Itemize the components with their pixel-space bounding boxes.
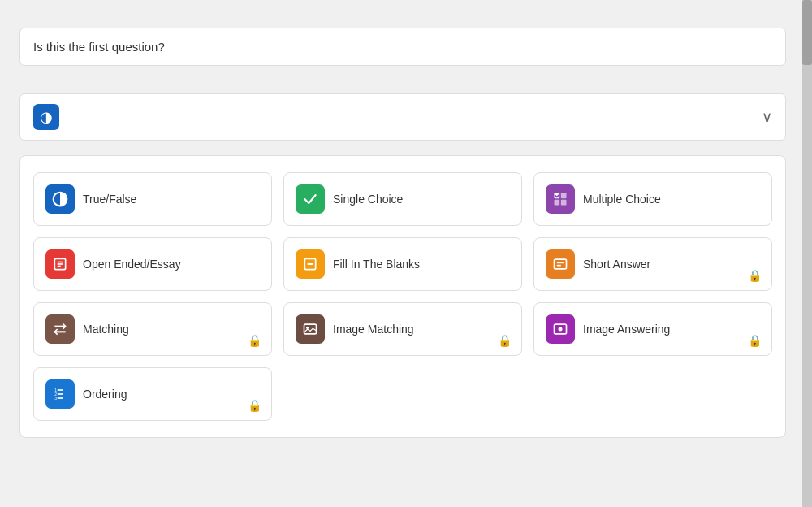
ordering-label: Ordering <box>83 388 127 401</box>
type-item-matching[interactable]: Matching🔒 <box>33 302 272 356</box>
true-false-icon <box>45 184 75 214</box>
type-item-fill-blanks[interactable]: Fill In The Blanks <box>283 237 522 291</box>
type-item-true-false[interactable]: True/False <box>33 172 272 226</box>
image-answering-label: Image Answering <box>583 323 670 336</box>
svg-rect-3 <box>555 200 560 206</box>
svg-rect-2 <box>561 193 567 199</box>
open-ended-icon <box>45 249 75 279</box>
image-answering-lock-icon: 🔒 <box>748 334 762 347</box>
type-item-image-answering[interactable]: Image Answering🔒 <box>533 302 772 356</box>
type-item-ordering[interactable]: 123Ordering🔒 <box>33 367 272 421</box>
type-item-single-choice[interactable]: Single Choice <box>283 172 522 226</box>
type-item-open-ended[interactable]: Open Ended/Essay <box>33 237 272 291</box>
matching-lock-icon: 🔒 <box>248 334 261 347</box>
short-answer-label: Short Answer <box>583 258 650 271</box>
scrollbar[interactable] <box>802 0 812 507</box>
type-item-short-answer[interactable]: Short Answer🔒 <box>533 237 772 291</box>
chevron-down-icon: ∨ <box>762 108 772 126</box>
matching-label: Matching <box>83 323 129 336</box>
svg-point-19 <box>559 327 563 332</box>
multiple-choice-label: Multiple Choice <box>583 193 661 206</box>
type-item-multiple-choice[interactable]: Multiple Choice <box>533 172 772 226</box>
multiple-choice-icon <box>546 184 575 214</box>
main-content: ◑ ∨ True/FalseSingle ChoiceMultiple Choi… <box>0 0 802 507</box>
short-answer-icon <box>546 249 575 279</box>
image-matching-lock-icon: 🔒 <box>498 334 512 347</box>
svg-text:3: 3 <box>54 396 57 401</box>
svg-rect-11 <box>555 259 567 269</box>
image-matching-icon <box>296 314 325 344</box>
image-answering-icon <box>546 314 575 344</box>
scrollbar-thumb <box>802 0 812 65</box>
open-ended-label: Open Ended/Essay <box>83 258 181 271</box>
true-false-label: True/False <box>83 193 136 206</box>
question-input[interactable] <box>19 28 786 66</box>
image-matching-label: Image Matching <box>333 323 414 336</box>
question-type-dropdown[interactable]: ◑ ∨ <box>19 93 786 141</box>
short-answer-lock-icon: 🔒 <box>748 269 762 282</box>
type-grid-container: True/FalseSingle ChoiceMultiple ChoiceOp… <box>19 155 786 438</box>
dropdown-icon-wrap: ◑ <box>33 104 59 130</box>
single-choice-label: Single Choice <box>333 193 403 206</box>
ordering-icon: 123 <box>45 379 75 409</box>
fill-blanks-label: Fill In The Blanks <box>333 258 420 271</box>
ordering-lock-icon: 🔒 <box>248 399 261 412</box>
svg-rect-4 <box>561 200 567 206</box>
true-false-dropdown-icon: ◑ <box>40 108 53 126</box>
type-grid: True/FalseSingle ChoiceMultiple ChoiceOp… <box>33 172 772 421</box>
fill-blanks-icon <box>296 249 325 279</box>
type-item-image-matching[interactable]: Image Matching🔒 <box>283 302 522 356</box>
single-choice-icon <box>296 184 325 214</box>
matching-icon <box>45 314 75 344</box>
